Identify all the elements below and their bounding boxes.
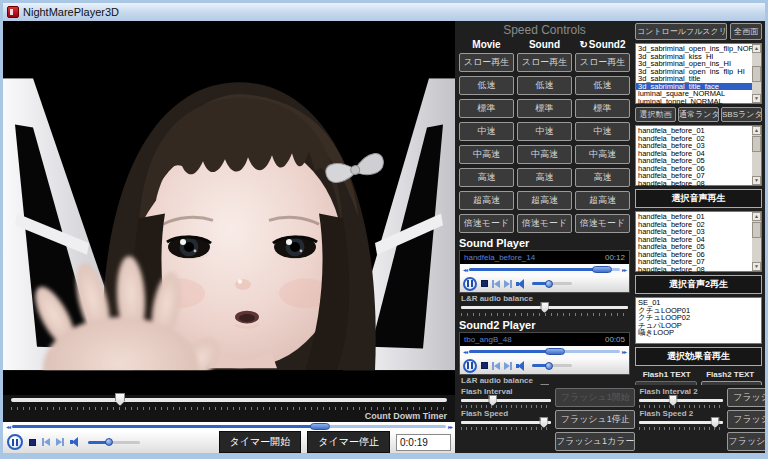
scroll-up-icon[interactable]: ▲ xyxy=(752,212,761,221)
scroll-up-icon[interactable]: ▲ xyxy=(752,44,761,53)
sound-balance-slider[interactable] xyxy=(461,306,628,309)
flash2-color-button[interactable]: フラッシュ2カラー xyxy=(727,432,765,451)
previous-button[interactable] xyxy=(492,362,500,370)
play-selected-audio2-button[interactable]: 選択音声2再生 xyxy=(635,275,762,294)
se-list-item[interactable]: チュパLOOP xyxy=(636,322,761,330)
play-selected-audio-button[interactable]: 選択音声再生 xyxy=(635,189,762,208)
control-fullscreen-button[interactable]: コントロールフルスクリーン xyxy=(635,23,727,40)
sound2-progress-thumb[interactable] xyxy=(545,348,565,355)
main-progress-thumb[interactable] xyxy=(310,423,330,430)
scroll-down-icon[interactable]: ▼ xyxy=(752,262,761,271)
video-list-item[interactable]: 3d_sabriminal_title xyxy=(636,75,752,83)
se-list-item[interactable]: クチュLOOP01 xyxy=(636,307,761,315)
next-button[interactable] xyxy=(56,438,64,446)
stop-button[interactable] xyxy=(481,280,488,287)
sound-speed-button[interactable]: 標準 xyxy=(517,99,572,118)
sound-speed-button[interactable]: 倍速モード xyxy=(517,214,572,233)
movie-speed-button[interactable]: 倍速モード xyxy=(459,214,514,233)
sound-speed-button[interactable]: 低速 xyxy=(517,76,572,95)
volume-icon[interactable] xyxy=(516,279,528,289)
audio2-list-item[interactable]: handfela_before_01 xyxy=(636,213,752,221)
audio-list-item[interactable]: handfela_before_06 xyxy=(636,165,752,173)
sound-balance-thumb[interactable] xyxy=(540,302,549,313)
movie-speed-button[interactable]: 中高速 xyxy=(459,145,514,164)
movie-speed-button[interactable]: スロー再生 xyxy=(459,53,514,72)
forward-icon[interactable]: ▸▸ xyxy=(448,424,452,430)
flash1-color-button[interactable]: フラッシュ1カラー xyxy=(555,432,635,451)
flash2-start-button[interactable]: フラッシュ2開始 xyxy=(727,388,765,407)
next-button[interactable] xyxy=(504,362,512,370)
timer-stop-button[interactable]: タイマー停止 xyxy=(307,431,390,453)
audio-list[interactable]: handfela_before_01handfela_before_02hand… xyxy=(636,126,752,187)
audio-list-item[interactable]: handfela_before_01 xyxy=(636,127,752,135)
previous-button[interactable] xyxy=(42,438,50,446)
stop-button[interactable] xyxy=(481,362,488,369)
video-list-item[interactable]: luminal_tonnel_NORMAL xyxy=(636,98,752,106)
movie-speed-button[interactable]: 低速 xyxy=(459,76,514,95)
audio-list-item[interactable]: handfela_before_05 xyxy=(636,157,752,165)
video-list-item[interactable]: 3d_sabriminal_title_face xyxy=(636,83,752,91)
audio2-list-item[interactable]: handfela_before_08 xyxy=(636,266,752,274)
sound2-volume-thumb[interactable] xyxy=(545,362,553,370)
video-list-item[interactable]: 3d_sabriminal_open_ins_flip_NORMAL xyxy=(636,45,752,53)
audio-list-item[interactable]: handfela_before_04 xyxy=(636,150,752,158)
scroll-down-icon[interactable]: ▼ xyxy=(752,94,761,103)
scrollbar-thumb[interactable] xyxy=(752,136,761,152)
next-button[interactable] xyxy=(504,280,512,288)
title-bar[interactable]: NightMarePlayer3D xyxy=(3,3,765,21)
audio2-list-item[interactable]: handfela_before_06 xyxy=(636,251,752,259)
flash2-stop-button[interactable]: フラッシュ2停止 xyxy=(727,410,765,429)
se-list-item[interactable]: クチュLOOP02 xyxy=(636,314,761,322)
normal-random-button[interactable]: 通常ランダム xyxy=(678,107,719,122)
audio-list-item[interactable]: handfela_before_07 xyxy=(636,172,752,180)
sound2-speed-button[interactable]: 中速 xyxy=(575,122,630,141)
sound-speed-button[interactable]: 超高速 xyxy=(517,191,572,210)
video-list-scrollbar[interactable]: ▲ ▼ xyxy=(752,44,761,103)
audio2-list-item[interactable]: handfela_before_05 xyxy=(636,243,752,251)
timer-value-field[interactable] xyxy=(396,434,451,451)
sound-speed-button[interactable]: 中高速 xyxy=(517,145,572,164)
forward-icon[interactable]: ▸▸ xyxy=(622,349,626,355)
sound-volume-thumb[interactable] xyxy=(545,280,553,288)
audio-list-item[interactable]: handfela_before_08 xyxy=(636,180,752,188)
countdown-slider-thumb[interactable] xyxy=(115,393,125,406)
sound2-progress-bar[interactable] xyxy=(469,350,620,353)
pause-button[interactable] xyxy=(463,359,477,373)
audio-list-scrollbar[interactable]: ▲ ▼ xyxy=(752,126,761,185)
sound2-speed-button[interactable]: 超高速 xyxy=(575,191,630,210)
movie-speed-button[interactable]: 超高速 xyxy=(459,191,514,210)
se-list-item[interactable]: SE_01 xyxy=(636,299,761,307)
sound-volume-slider[interactable] xyxy=(532,282,572,285)
sound-progress-bar[interactable] xyxy=(469,268,620,271)
main-progress-bar[interactable] xyxy=(12,425,446,428)
sound-speed-button[interactable]: スロー再生 xyxy=(517,53,572,72)
sound2-speed-button[interactable]: 低速 xyxy=(575,76,630,95)
movie-speed-button[interactable]: 標準 xyxy=(459,99,514,118)
audio2-list-scrollbar[interactable]: ▲ ▼ xyxy=(752,212,761,271)
video-list-item[interactable]: 3d_sabriminal_open_ins_HI xyxy=(636,60,752,68)
scroll-down-icon[interactable]: ▼ xyxy=(752,176,761,185)
se-list-item[interactable]: 囁きLOOP xyxy=(636,329,761,337)
sbs-random-button[interactable]: SBSランダム xyxy=(721,107,762,122)
volume-icon[interactable] xyxy=(70,437,82,447)
flash1-stop-button[interactable]: フラッシュ1停止 xyxy=(555,410,635,429)
flash2-interval-slider[interactable] xyxy=(639,399,723,402)
stop-button[interactable] xyxy=(29,439,36,446)
flash2-speed-slider[interactable] xyxy=(639,421,723,424)
previous-button[interactable] xyxy=(492,280,500,288)
sound-speed-button[interactable]: 高速 xyxy=(517,168,572,187)
flash1-speed-slider[interactable] xyxy=(461,421,551,424)
audio2-list-item[interactable]: handfela_before_02 xyxy=(636,221,752,229)
movie-speed-button[interactable]: 高速 xyxy=(459,168,514,187)
scrollbar-thumb[interactable] xyxy=(752,222,761,238)
fullscreen-button[interactable]: 全画面 xyxy=(730,23,762,40)
play-selected-se-button[interactable]: 選択効果音再生 xyxy=(635,347,762,366)
sound2-speed-button[interactable]: スロー再生 xyxy=(575,53,630,72)
scrollbar-thumb[interactable] xyxy=(752,66,761,82)
sound2-volume-slider[interactable] xyxy=(532,364,572,367)
video-list-item[interactable]: 3d_sabriminal_kiss_HI xyxy=(636,53,752,61)
forward-icon[interactable]: ▸▸ xyxy=(622,267,626,273)
pause-button[interactable] xyxy=(7,434,23,450)
rewind-icon[interactable]: ◂◂ xyxy=(463,267,467,273)
flash1-interval-slider[interactable] xyxy=(461,399,551,402)
